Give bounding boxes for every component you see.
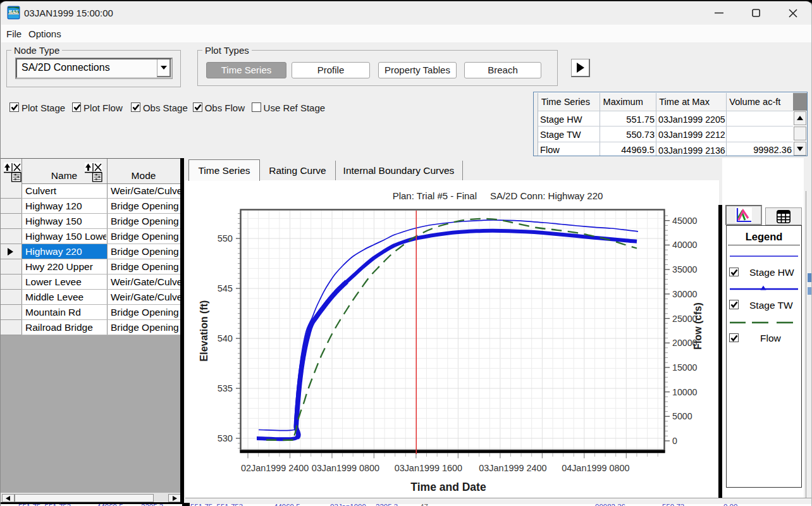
svg-text:540: 540 bbox=[218, 333, 233, 343]
svg-text:03Jan1999 0800: 03Jan1999 0800 bbox=[312, 463, 379, 473]
svg-text:545: 545 bbox=[218, 283, 233, 293]
svg-text:15000: 15000 bbox=[672, 362, 698, 373]
svg-text:0: 0 bbox=[672, 436, 677, 446]
svg-text:10000: 10000 bbox=[672, 387, 698, 397]
svg-text:03Jan1999 1600: 03Jan1999 1600 bbox=[395, 463, 462, 473]
svg-text:40000: 40000 bbox=[672, 240, 698, 250]
svg-text:03Jan1999 2400: 03Jan1999 2400 bbox=[479, 463, 546, 473]
svg-text:Time and Date: Time and Date bbox=[410, 481, 486, 493]
svg-text:5000: 5000 bbox=[672, 411, 692, 421]
svg-text:45000: 45000 bbox=[672, 216, 698, 226]
svg-text:02Jan1999 2400: 02Jan1999 2400 bbox=[241, 463, 309, 473]
svg-text:RAS: RAS bbox=[9, 9, 18, 14]
svg-text:Elevation (ft): Elevation (ft) bbox=[199, 300, 209, 362]
svg-text:04Jan1999 0800: 04Jan1999 0800 bbox=[562, 463, 629, 473]
svg-text:535: 535 bbox=[218, 383, 233, 393]
svg-text:Flow (cfs): Flow (cfs) bbox=[692, 302, 703, 350]
svg-text:530: 530 bbox=[218, 433, 233, 443]
svg-text:35000: 35000 bbox=[672, 264, 698, 275]
svg-text:Plan: Trial #5 - Final SA/: Plan: Trial #5 - Final SA/2D Conn: Highw… bbox=[393, 190, 603, 201]
svg-text:30000: 30000 bbox=[672, 289, 698, 299]
svg-text:550: 550 bbox=[218, 233, 233, 244]
